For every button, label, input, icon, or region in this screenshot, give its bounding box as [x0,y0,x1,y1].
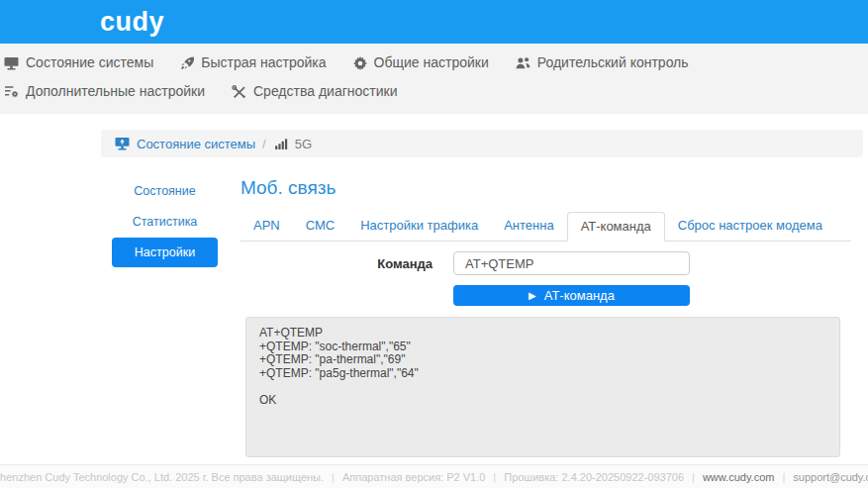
cudy-logo: cudy [100,0,164,44]
tab-sms[interactable]: СМС [293,212,347,242]
tab-antenna[interactable]: Антенна [491,212,566,242]
sidebar-item-statistics[interactable]: Статистика [112,207,218,237]
content-area: Состояние Статистика Настройки Моб. связ… [101,157,863,457]
footer-website-link[interactable]: www.cudy.com [703,471,775,483]
nav-item-system-status[interactable]: Состояние системы [4,49,153,76]
breadcrumb: Состояние системы / 5G [101,130,863,157]
breadcrumb-section-link[interactable]: Состояние системы [137,137,255,151]
nav-item-general-settings[interactable]: Общие настройки [353,49,489,76]
run-button-label: АТ-команда [544,288,615,303]
footer: © Shenzhen Cudy Technology Co., Ltd. 202… [0,464,868,488]
main-nav: Состояние системы Быстрая настройка Общи… [0,44,868,114]
tab-apn[interactable]: APN [241,212,293,242]
run-at-command-button[interactable]: ▶ АТ-команда [453,285,690,306]
footer-separator: | [782,471,785,483]
nav-item-label: Общие настройки [374,49,489,76]
nav-item-quick-setup[interactable]: Быстрая настройка [180,49,326,76]
command-label: Команда [241,256,453,271]
footer-separator: | [692,471,695,483]
nav-item-label: Дополнительные настройки [26,78,205,105]
play-icon: ▶ [529,291,536,301]
footer-copyright: © Shenzhen Cudy Technology Co., Ltd. 202… [0,471,324,483]
breadcrumb-separator: / [262,137,266,151]
tab-traffic-settings[interactable]: Настройки трафика [347,212,491,242]
footer-separator: | [332,471,335,483]
nav-item-label: Состояние системы [26,49,153,76]
sidebar: Состояние Статистика Настройки [101,169,241,457]
gear-icon [353,56,367,70]
signal-bars-icon [275,139,288,149]
at-command-output: AT+QTEMP +QTEMP: "soc-thermal","65" +QTE… [245,317,840,457]
app-header: cudy [0,0,868,44]
breadcrumb-current: 5G [295,137,312,151]
command-form-row: Команда [241,251,851,275]
sidebar-item-status[interactable]: Состояние [112,176,218,206]
footer-hw-version: Аппаратная версия: P2 V1.0 [342,471,485,483]
footer-firmware: Прошивка: 2.4.20-20250922-093706 [504,471,684,483]
button-row: ▶ АТ-команда [453,285,851,306]
main-panel: Моб. связь APN СМС Настройки трафика Ант… [241,169,863,457]
desktop-icon [115,137,130,150]
tab-bar: APN СМС Настройки трафика Антенна АТ-ком… [241,212,851,242]
command-input[interactable] [453,251,690,275]
tab-modem-reset[interactable]: Сброс настроек модема [665,212,835,242]
nav-item-diagnostics[interactable]: Средства диагностики [232,78,398,105]
sidebar-item-settings[interactable]: Настройки [112,238,218,267]
footer-separator: | [493,471,496,483]
tools-icon [232,85,246,99]
rocket-icon [180,56,194,70]
nav-item-label: Быстрая настройка [201,49,326,76]
nav-item-label: Средства диагностики [253,78,398,105]
nav-item-parental-control[interactable]: Родительский контроль [516,49,689,76]
desktop-icon [4,56,19,70]
tab-at-command[interactable]: АТ-команда [567,212,665,242]
nav-item-advanced-settings[interactable]: Дополнительные настройки [4,78,205,105]
sliders-gear-icon [4,85,19,98]
users-icon [516,56,530,69]
footer-email-link[interactable]: support@cudy.com [793,471,868,483]
nav-item-label: Родительский контроль [537,49,689,76]
page-title: Моб. связь [241,177,851,199]
